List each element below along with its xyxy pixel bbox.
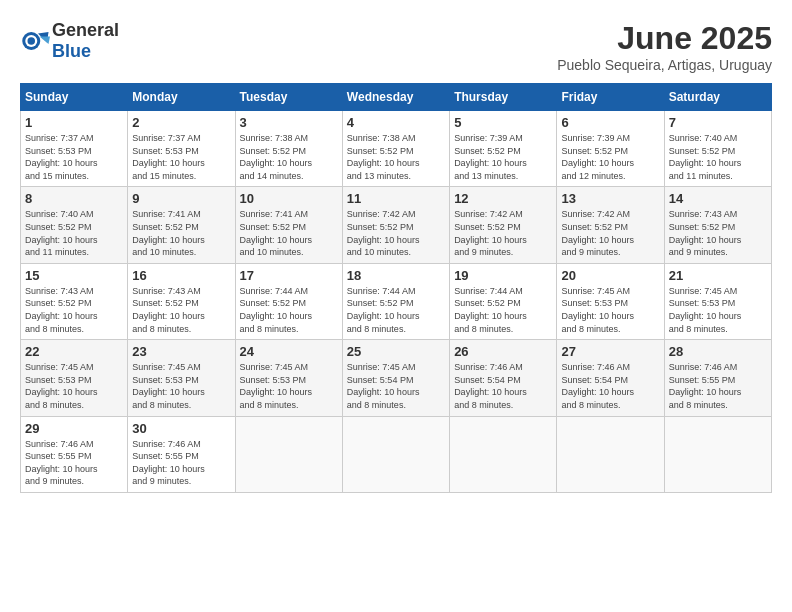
day-info: Sunrise: 7:46 AMSunset: 5:54 PMDaylight:… xyxy=(454,361,552,411)
location-subtitle: Pueblo Sequeira, Artigas, Uruguay xyxy=(557,57,772,73)
calendar-day: 3Sunrise: 7:38 AMSunset: 5:52 PMDaylight… xyxy=(235,111,342,187)
day-info: Sunrise: 7:46 AMSunset: 5:55 PMDaylight:… xyxy=(25,438,123,488)
calendar-day: 10Sunrise: 7:41 AMSunset: 5:52 PMDayligh… xyxy=(235,187,342,263)
day-number: 12 xyxy=(454,191,552,206)
day-number: 9 xyxy=(132,191,230,206)
day-info: Sunrise: 7:46 AMSunset: 5:55 PMDaylight:… xyxy=(132,438,230,488)
day-info: Sunrise: 7:40 AMSunset: 5:52 PMDaylight:… xyxy=(669,132,767,182)
day-info: Sunrise: 7:40 AMSunset: 5:52 PMDaylight:… xyxy=(25,208,123,258)
day-number: 22 xyxy=(25,344,123,359)
day-info: Sunrise: 7:45 AMSunset: 5:53 PMDaylight:… xyxy=(561,285,659,335)
day-number: 18 xyxy=(347,268,445,283)
calendar-week-4: 22Sunrise: 7:45 AMSunset: 5:53 PMDayligh… xyxy=(21,340,772,416)
day-info: Sunrise: 7:41 AMSunset: 5:52 PMDaylight:… xyxy=(132,208,230,258)
header-thursday: Thursday xyxy=(450,84,557,111)
header-friday: Friday xyxy=(557,84,664,111)
day-number: 27 xyxy=(561,344,659,359)
day-info: Sunrise: 7:44 AMSunset: 5:52 PMDaylight:… xyxy=(454,285,552,335)
calendar-day: 29Sunrise: 7:46 AMSunset: 5:55 PMDayligh… xyxy=(21,416,128,492)
calendar-day: 2Sunrise: 7:37 AMSunset: 5:53 PMDaylight… xyxy=(128,111,235,187)
header-wednesday: Wednesday xyxy=(342,84,449,111)
month-title: June 2025 xyxy=(557,20,772,57)
day-number: 6 xyxy=(561,115,659,130)
calendar-day: 20Sunrise: 7:45 AMSunset: 5:53 PMDayligh… xyxy=(557,263,664,339)
calendar-day xyxy=(450,416,557,492)
calendar-day: 13Sunrise: 7:42 AMSunset: 5:52 PMDayligh… xyxy=(557,187,664,263)
day-info: Sunrise: 7:44 AMSunset: 5:52 PMDaylight:… xyxy=(240,285,338,335)
day-number: 8 xyxy=(25,191,123,206)
header-sunday: Sunday xyxy=(21,84,128,111)
day-number: 14 xyxy=(669,191,767,206)
calendar-day xyxy=(235,416,342,492)
day-info: Sunrise: 7:43 AMSunset: 5:52 PMDaylight:… xyxy=(669,208,767,258)
calendar-day xyxy=(557,416,664,492)
title-area: June 2025 Pueblo Sequeira, Artigas, Urug… xyxy=(557,20,772,73)
day-number: 17 xyxy=(240,268,338,283)
calendar-day: 8Sunrise: 7:40 AMSunset: 5:52 PMDaylight… xyxy=(21,187,128,263)
day-info: Sunrise: 7:42 AMSunset: 5:52 PMDaylight:… xyxy=(561,208,659,258)
calendar-day: 4Sunrise: 7:38 AMSunset: 5:52 PMDaylight… xyxy=(342,111,449,187)
day-number: 2 xyxy=(132,115,230,130)
svg-point-2 xyxy=(28,37,36,45)
calendar-day: 22Sunrise: 7:45 AMSunset: 5:53 PMDayligh… xyxy=(21,340,128,416)
calendar-day: 28Sunrise: 7:46 AMSunset: 5:55 PMDayligh… xyxy=(664,340,771,416)
day-number: 4 xyxy=(347,115,445,130)
day-info: Sunrise: 7:45 AMSunset: 5:53 PMDaylight:… xyxy=(240,361,338,411)
page-header: General Blue June 2025 Pueblo Sequeira, … xyxy=(20,20,772,73)
calendar-week-2: 8Sunrise: 7:40 AMSunset: 5:52 PMDaylight… xyxy=(21,187,772,263)
logo: General Blue xyxy=(20,20,119,62)
day-number: 19 xyxy=(454,268,552,283)
day-number: 3 xyxy=(240,115,338,130)
calendar-day: 17Sunrise: 7:44 AMSunset: 5:52 PMDayligh… xyxy=(235,263,342,339)
day-number: 29 xyxy=(25,421,123,436)
calendar-day: 7Sunrise: 7:40 AMSunset: 5:52 PMDaylight… xyxy=(664,111,771,187)
day-number: 21 xyxy=(669,268,767,283)
logo-text: General Blue xyxy=(52,20,119,62)
calendar-week-3: 15Sunrise: 7:43 AMSunset: 5:52 PMDayligh… xyxy=(21,263,772,339)
svg-marker-4 xyxy=(40,37,51,45)
day-info: Sunrise: 7:45 AMSunset: 5:53 PMDaylight:… xyxy=(25,361,123,411)
day-info: Sunrise: 7:46 AMSunset: 5:54 PMDaylight:… xyxy=(561,361,659,411)
day-number: 5 xyxy=(454,115,552,130)
calendar-table: Sunday Monday Tuesday Wednesday Thursday… xyxy=(20,83,772,493)
calendar-week-5: 29Sunrise: 7:46 AMSunset: 5:55 PMDayligh… xyxy=(21,416,772,492)
calendar-day: 24Sunrise: 7:45 AMSunset: 5:53 PMDayligh… xyxy=(235,340,342,416)
calendar-day: 16Sunrise: 7:43 AMSunset: 5:52 PMDayligh… xyxy=(128,263,235,339)
calendar-day: 18Sunrise: 7:44 AMSunset: 5:52 PMDayligh… xyxy=(342,263,449,339)
day-number: 10 xyxy=(240,191,338,206)
day-number: 15 xyxy=(25,268,123,283)
day-info: Sunrise: 7:37 AMSunset: 5:53 PMDaylight:… xyxy=(25,132,123,182)
day-info: Sunrise: 7:43 AMSunset: 5:52 PMDaylight:… xyxy=(132,285,230,335)
logo-icon xyxy=(20,26,50,56)
calendar-day: 30Sunrise: 7:46 AMSunset: 5:55 PMDayligh… xyxy=(128,416,235,492)
calendar-day: 26Sunrise: 7:46 AMSunset: 5:54 PMDayligh… xyxy=(450,340,557,416)
day-info: Sunrise: 7:42 AMSunset: 5:52 PMDaylight:… xyxy=(347,208,445,258)
calendar-day: 14Sunrise: 7:43 AMSunset: 5:52 PMDayligh… xyxy=(664,187,771,263)
logo-general: General xyxy=(52,20,119,40)
calendar-day: 25Sunrise: 7:45 AMSunset: 5:54 PMDayligh… xyxy=(342,340,449,416)
day-info: Sunrise: 7:46 AMSunset: 5:55 PMDaylight:… xyxy=(669,361,767,411)
day-info: Sunrise: 7:38 AMSunset: 5:52 PMDaylight:… xyxy=(240,132,338,182)
calendar-header-row: Sunday Monday Tuesday Wednesday Thursday… xyxy=(21,84,772,111)
day-info: Sunrise: 7:45 AMSunset: 5:53 PMDaylight:… xyxy=(669,285,767,335)
day-number: 28 xyxy=(669,344,767,359)
calendar-day xyxy=(342,416,449,492)
day-info: Sunrise: 7:43 AMSunset: 5:52 PMDaylight:… xyxy=(25,285,123,335)
calendar-day: 11Sunrise: 7:42 AMSunset: 5:52 PMDayligh… xyxy=(342,187,449,263)
calendar-day: 21Sunrise: 7:45 AMSunset: 5:53 PMDayligh… xyxy=(664,263,771,339)
day-number: 30 xyxy=(132,421,230,436)
header-tuesday: Tuesday xyxy=(235,84,342,111)
day-number: 25 xyxy=(347,344,445,359)
day-number: 26 xyxy=(454,344,552,359)
header-saturday: Saturday xyxy=(664,84,771,111)
day-number: 20 xyxy=(561,268,659,283)
logo-blue: Blue xyxy=(52,41,91,61)
header-monday: Monday xyxy=(128,84,235,111)
calendar-day: 1Sunrise: 7:37 AMSunset: 5:53 PMDaylight… xyxy=(21,111,128,187)
day-info: Sunrise: 7:38 AMSunset: 5:52 PMDaylight:… xyxy=(347,132,445,182)
day-info: Sunrise: 7:42 AMSunset: 5:52 PMDaylight:… xyxy=(454,208,552,258)
calendar-day: 27Sunrise: 7:46 AMSunset: 5:54 PMDayligh… xyxy=(557,340,664,416)
day-number: 24 xyxy=(240,344,338,359)
day-number: 13 xyxy=(561,191,659,206)
day-number: 1 xyxy=(25,115,123,130)
